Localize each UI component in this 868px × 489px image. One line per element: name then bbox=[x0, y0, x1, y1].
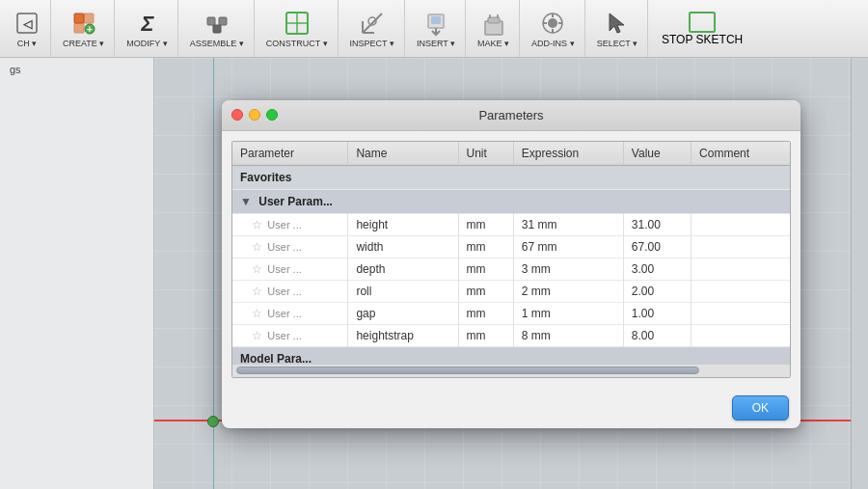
select-button[interactable]: SELECT ▾ bbox=[591, 4, 643, 54]
favorite-star[interactable]: ☆ bbox=[252, 240, 262, 254]
assemble-icon bbox=[203, 10, 231, 37]
toolbar-group-addins: ADD-INS ▾ bbox=[522, 0, 585, 57]
construct-icon bbox=[284, 10, 311, 37]
cell-source: ☆ User ... bbox=[232, 302, 348, 324]
favorite-star[interactable]: ☆ bbox=[252, 329, 262, 342]
toolbar-group-inspect: INSPECT ▾ bbox=[340, 0, 405, 57]
minimize-button[interactable] bbox=[249, 109, 260, 121]
table-row[interactable]: ☆ User ... roll mm 2 mm 2.00 bbox=[232, 280, 790, 302]
toolbar-group-stopsketch: STOP SKETCH bbox=[650, 0, 754, 57]
cell-value: 1.00 bbox=[623, 302, 691, 324]
make-label: MAKE ▾ bbox=[477, 39, 509, 48]
cell-value: 31.00 bbox=[623, 213, 691, 235]
cell-source: ☆ User ... bbox=[232, 258, 348, 280]
make-button[interactable]: MAKE ▾ bbox=[472, 4, 515, 54]
sketch-label: CH ▾ bbox=[17, 39, 38, 48]
table-row[interactable]: ☆ User ... height mm 31 mm 31.00 bbox=[232, 213, 790, 235]
favorite-star[interactable]: ☆ bbox=[252, 218, 262, 231]
close-button[interactable] bbox=[231, 109, 243, 121]
favorite-star[interactable]: ☆ bbox=[252, 307, 262, 320]
svg-text:Σ: Σ bbox=[140, 12, 154, 36]
modify-button[interactable]: Σ MODIFY ▾ bbox=[121, 4, 173, 54]
section-model-params-label: Model Para... bbox=[232, 346, 790, 364]
panel-item-gs[interactable]: gs bbox=[0, 58, 153, 81]
table-header: Parameter Name Unit Expression Value Com… bbox=[232, 142, 790, 166]
table-row[interactable]: ☆ User ... heightstrap mm 8 mm 8.00 bbox=[232, 324, 790, 346]
inspect-button[interactable]: INSPECT ▾ bbox=[344, 4, 400, 54]
right-panel-edge bbox=[851, 58, 868, 489]
svg-point-26 bbox=[548, 18, 557, 28]
dialog-body: Parameter Name Unit Expression Value Com… bbox=[222, 131, 800, 388]
favorite-star[interactable]: ☆ bbox=[252, 285, 262, 298]
collapse-triangle[interactable]: ▼ bbox=[240, 195, 252, 208]
col-expression: Expression bbox=[513, 142, 623, 166]
left-panel: gs bbox=[0, 58, 154, 489]
col-parameter: Parameter bbox=[232, 142, 348, 166]
toolbar-group-select: SELECT ▾ bbox=[587, 0, 648, 57]
ok-button[interactable]: OK bbox=[732, 395, 789, 421]
cell-comment bbox=[692, 235, 790, 258]
toolbar-group-modify: Σ MODIFY ▾ bbox=[117, 0, 177, 57]
svg-line-14 bbox=[363, 14, 382, 33]
params-table-container: Parameter Name Unit Expression Value Com… bbox=[231, 141, 791, 378]
cell-expression: 8 mm bbox=[513, 324, 623, 346]
svg-text:+: + bbox=[87, 24, 93, 35]
scrollbar-thumb[interactable] bbox=[236, 367, 699, 374]
cell-comment bbox=[692, 213, 790, 235]
svg-rect-8 bbox=[207, 17, 215, 25]
toolbar-group-assemble: ASSEMBLE ▾ bbox=[180, 0, 255, 57]
cell-name: gap bbox=[348, 302, 458, 324]
svg-rect-4 bbox=[74, 23, 84, 33]
table-scroll-area[interactable]: Parameter Name Unit Expression Value Com… bbox=[232, 142, 790, 364]
toolbar-group-insert: INSERT ▾ bbox=[407, 0, 466, 57]
cell-expression: 67 mm bbox=[513, 235, 623, 258]
table-row[interactable]: ☆ User ... width mm 67 mm 67.00 bbox=[232, 235, 790, 258]
insert-button[interactable]: INSERT ▾ bbox=[411, 4, 461, 54]
cell-unit: mm bbox=[458, 235, 513, 258]
dialog-title: Parameters bbox=[478, 108, 543, 122]
col-value: Value bbox=[623, 142, 691, 166]
table-body: Favorites ▼ User Param... bbox=[232, 165, 790, 364]
cell-name: width bbox=[348, 235, 458, 258]
select-label: SELECT ▾ bbox=[597, 39, 637, 48]
table-row[interactable]: ☆ User ... depth mm 3 mm 3.00 bbox=[232, 258, 790, 280]
create-button[interactable]: + CREATE ▾ bbox=[57, 4, 110, 54]
horizontal-scrollbar[interactable] bbox=[232, 364, 790, 377]
parameters-dialog[interactable]: Parameters Parameter Name Unit Expressio… bbox=[222, 100, 800, 428]
sketch-back-button[interactable]: ◁ CH ▾ bbox=[8, 4, 46, 54]
addins-icon bbox=[539, 10, 566, 37]
cell-unit: mm bbox=[458, 258, 513, 280]
inspect-icon bbox=[359, 10, 386, 37]
favorite-star[interactable]: ☆ bbox=[252, 262, 262, 276]
svg-rect-19 bbox=[431, 16, 441, 24]
assemble-button[interactable]: ASSEMBLE ▾ bbox=[184, 4, 250, 54]
addins-button[interactable]: ADD-INS ▾ bbox=[526, 4, 581, 54]
cell-source: ☆ User ... bbox=[232, 213, 348, 235]
section-user-params-label: ▼ User Param... bbox=[232, 189, 790, 213]
create-label: CREATE ▾ bbox=[63, 39, 104, 48]
param-source-text: User ... bbox=[267, 308, 301, 319]
cell-comment bbox=[692, 324, 790, 346]
maximize-button[interactable] bbox=[266, 109, 278, 121]
stop-sketch-button[interactable]: STOP SKETCH bbox=[654, 4, 750, 54]
svg-rect-3 bbox=[84, 14, 94, 23]
params-table: Parameter Name Unit Expression Value Com… bbox=[232, 142, 790, 364]
table-row[interactable]: ☆ User ... gap mm 1 mm 1.00 bbox=[232, 302, 790, 324]
param-source-text: User ... bbox=[267, 285, 301, 297]
cell-name: height bbox=[348, 213, 458, 235]
toolbar: ◁ CH ▾ + CREATE ▾ Σ bbox=[0, 0, 868, 58]
dialog-titlebar: Parameters bbox=[222, 100, 800, 131]
toolbar-group-sketch: ◁ CH ▾ bbox=[4, 0, 51, 57]
section-favorites: Favorites bbox=[232, 165, 790, 189]
modify-label: MODIFY ▾ bbox=[126, 39, 167, 48]
param-source-text: User ... bbox=[267, 219, 301, 231]
dialog-overlay: Parameters Parameter Name Unit Expressio… bbox=[154, 58, 868, 489]
cell-value: 2.00 bbox=[623, 280, 691, 302]
modify-icon: Σ bbox=[134, 10, 161, 37]
construct-button[interactable]: CONSTRUCT ▾ bbox=[260, 4, 334, 54]
cell-name: heightstrap bbox=[348, 324, 458, 346]
traffic-lights bbox=[231, 109, 278, 121]
col-unit: Unit bbox=[458, 142, 513, 166]
cell-unit: mm bbox=[458, 324, 513, 346]
cell-name: depth bbox=[348, 258, 458, 280]
